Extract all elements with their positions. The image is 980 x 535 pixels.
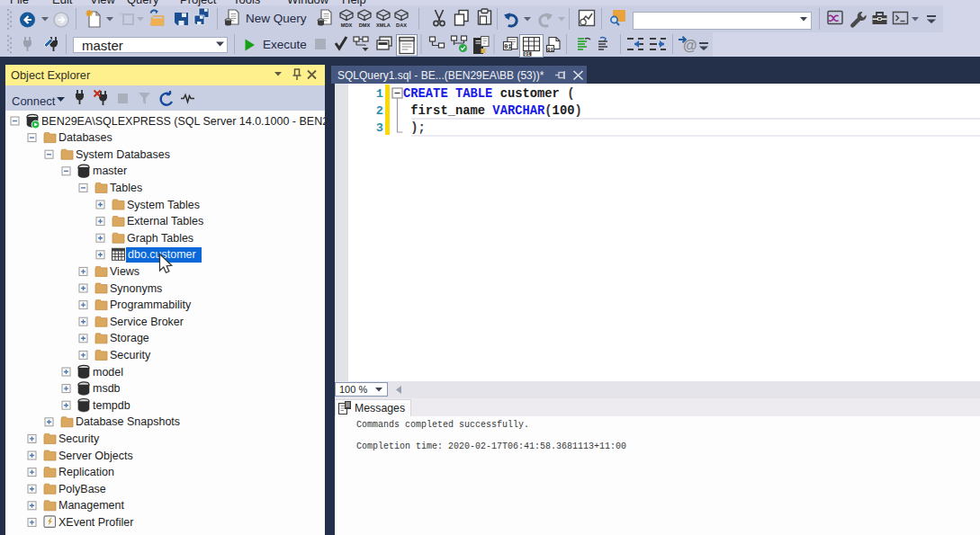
svg-text:XMLA: XMLA — [376, 22, 391, 28]
svg-text:DAX: DAX — [396, 22, 407, 28]
svg-text:DMX: DMX — [359, 22, 371, 28]
svg-text:MDX: MDX — [341, 22, 353, 28]
svg-text:01: 01 — [524, 51, 530, 58]
svg-text:01: 01 — [547, 47, 554, 53]
svg-text:01: 01 — [504, 43, 511, 50]
